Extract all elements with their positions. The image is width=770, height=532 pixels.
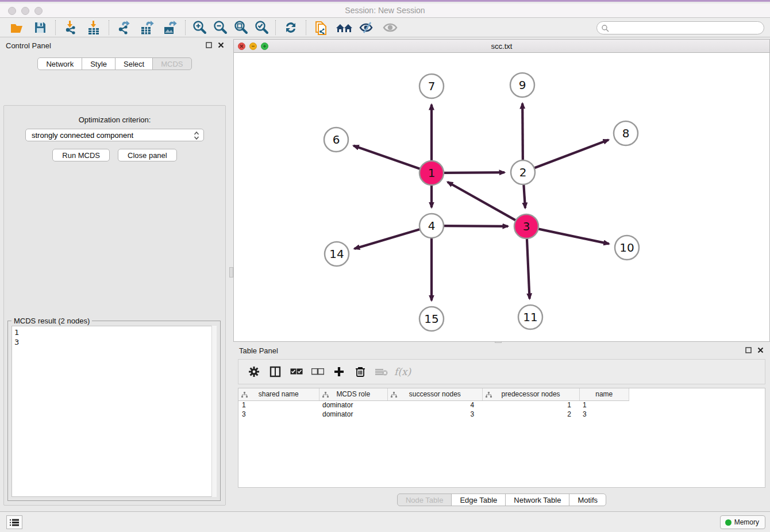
graph-node-10[interactable]: 10 bbox=[615, 236, 639, 260]
table-cell[interactable]: 1 bbox=[482, 400, 579, 410]
gear-icon bbox=[248, 366, 260, 377]
tab-mcds[interactable]: MCDS bbox=[152, 57, 191, 70]
save-session-button[interactable] bbox=[29, 19, 52, 36]
task-history-button[interactable] bbox=[6, 515, 22, 529]
zoom-fit-button[interactable] bbox=[230, 19, 251, 36]
tab-style[interactable]: Style bbox=[82, 57, 116, 70]
table-cell[interactable]: 3 bbox=[579, 410, 629, 419]
trash-icon bbox=[355, 366, 365, 377]
table-row[interactable]: 3dominator323 bbox=[238, 410, 629, 419]
eye-icon bbox=[382, 21, 398, 34]
deselect-all-button[interactable] bbox=[308, 363, 327, 381]
graph-edge-3-10[interactable] bbox=[538, 229, 609, 244]
control-panel: Control Panel Network Style Select MCDS … bbox=[0, 38, 229, 508]
zoom-selected-button[interactable] bbox=[251, 19, 272, 36]
table-cell[interactable]: 4 bbox=[387, 400, 482, 410]
show-graphics-button[interactable] bbox=[379, 19, 402, 36]
graph-node-1[interactable]: 1 bbox=[419, 161, 444, 185]
network-manager-button[interactable] bbox=[333, 19, 356, 36]
graph-edge-3-11[interactable] bbox=[527, 238, 530, 299]
export-table-button[interactable] bbox=[136, 19, 159, 36]
table-panel: Table Panel bbox=[233, 343, 770, 513]
run-mcds-button[interactable]: Run MCDS bbox=[52, 149, 110, 161]
add-column-button[interactable] bbox=[329, 363, 348, 381]
open-file-button[interactable] bbox=[6, 19, 29, 36]
graph-edge-2-3[interactable] bbox=[523, 184, 525, 208]
table-cell[interactable]: 3 bbox=[238, 410, 319, 419]
graph-edge-2-9[interactable] bbox=[522, 103, 523, 160]
graph-node-9[interactable]: 9 bbox=[510, 73, 534, 97]
zoom-out-button[interactable] bbox=[210, 19, 230, 36]
tab-network[interactable]: Network bbox=[37, 57, 82, 70]
delete-column-button[interactable] bbox=[351, 363, 369, 381]
node-table[interactable]: shared name MCDS role successor nodes pr… bbox=[238, 388, 765, 488]
graph-edge-4-3[interactable] bbox=[444, 226, 508, 226]
graph-node-6[interactable]: 6 bbox=[324, 128, 348, 152]
tab-motifs[interactable]: Motifs bbox=[569, 494, 606, 506]
graph-edge-4-14[interactable] bbox=[355, 229, 420, 249]
refresh-button[interactable] bbox=[279, 19, 302, 36]
close-panel-button[interactable]: Close panel bbox=[118, 149, 177, 161]
memory-button[interactable]: Memory bbox=[720, 515, 765, 529]
table-cell[interactable]: 1 bbox=[579, 400, 629, 410]
graph-edge-1-2[interactable] bbox=[444, 172, 505, 173]
graph-edge-3-1[interactable] bbox=[448, 182, 516, 221]
duplicate-network-button[interactable] bbox=[310, 19, 333, 36]
column-header-mcds-role[interactable]: MCDS role bbox=[319, 388, 387, 400]
tab-network-table[interactable]: Network Table bbox=[505, 494, 569, 506]
control-panel-header: Control Panel bbox=[0, 38, 229, 53]
graph-node-14[interactable]: 14 bbox=[325, 242, 349, 266]
export-network-button[interactable] bbox=[113, 19, 136, 36]
svg-text:7: 7 bbox=[428, 79, 436, 93]
network-titlebar[interactable]: scc.txt bbox=[234, 40, 769, 53]
toggle-style-button[interactable] bbox=[356, 19, 379, 36]
close-panel-icon[interactable] bbox=[217, 41, 225, 49]
graph-node-7[interactable]: 7 bbox=[419, 74, 444, 98]
table-cell[interactable]: 2 bbox=[482, 410, 579, 419]
graph-node-8[interactable]: 8 bbox=[614, 121, 638, 145]
graph-node-2[interactable]: 2 bbox=[511, 160, 535, 184]
graph-node-11[interactable]: 11 bbox=[518, 305, 542, 329]
table-panel-header: Table Panel bbox=[233, 343, 770, 358]
search-input[interactable] bbox=[596, 21, 764, 34]
close-table-panel-icon[interactable] bbox=[757, 346, 764, 354]
network-title: scc.txt bbox=[234, 42, 769, 51]
network-graph[interactable]: 7968124314101511 bbox=[234, 53, 769, 341]
export-image-button[interactable] bbox=[159, 19, 182, 36]
graph-node-3[interactable]: 3 bbox=[514, 214, 538, 238]
graph-node-4[interactable]: 4 bbox=[419, 214, 444, 238]
graph-node-15[interactable]: 15 bbox=[419, 307, 444, 331]
vertical-splitter-handle[interactable] bbox=[229, 267, 233, 277]
svg-text:4: 4 bbox=[428, 219, 436, 233]
table-cell[interactable]: dominator bbox=[319, 410, 387, 419]
table-cell[interactable]: dominator bbox=[319, 400, 387, 410]
network-canvas[interactable]: 7968124314101511 bbox=[234, 53, 769, 341]
select-all-button[interactable] bbox=[287, 363, 306, 381]
show-columns-button[interactable] bbox=[265, 363, 284, 381]
table-cell[interactable]: 1 bbox=[238, 400, 319, 410]
tab-select[interactable]: Select bbox=[115, 57, 153, 70]
toolbar-separator bbox=[185, 20, 186, 35]
tab-node-table[interactable]: Node Table bbox=[397, 494, 452, 506]
column-header-shared-name[interactable]: shared name bbox=[238, 388, 319, 400]
tab-edge-table[interactable]: Edge Table bbox=[451, 494, 506, 506]
float-table-panel-icon[interactable] bbox=[745, 346, 752, 354]
table-settings-button[interactable] bbox=[244, 363, 263, 381]
table-row[interactable]: 1dominator411 bbox=[238, 400, 629, 410]
column-header-name[interactable]: name bbox=[579, 388, 629, 400]
mcds-result-text[interactable]: 1 3 bbox=[11, 326, 217, 497]
window-title: Session: New Session bbox=[0, 6, 770, 15]
graph-edges bbox=[353, 103, 609, 300]
graph-edge-2-8[interactable] bbox=[534, 140, 609, 168]
graph-edge-1-6[interactable] bbox=[353, 146, 420, 169]
table-cell[interactable]: 3 bbox=[387, 410, 482, 419]
result-scrollbar[interactable] bbox=[211, 326, 217, 497]
import-table-button[interactable] bbox=[82, 19, 105, 36]
import-network-button[interactable] bbox=[59, 19, 82, 36]
zoom-in-button[interactable] bbox=[189, 19, 210, 36]
table-panel-title: Table Panel bbox=[239, 346, 278, 355]
float-panel-icon[interactable] bbox=[205, 41, 213, 49]
column-header-successor-nodes[interactable]: successor nodes bbox=[387, 388, 482, 400]
column-header-predecessor-nodes[interactable]: predecessor nodes bbox=[482, 388, 579, 400]
criterion-select[interactable]: strongly connected component bbox=[25, 129, 204, 141]
